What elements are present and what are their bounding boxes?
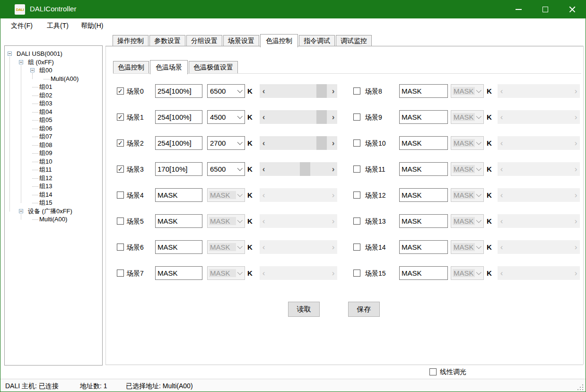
menu-item-2[interactable]: 工具(T): [47, 22, 69, 30]
tree-item-组13[interactable]: 组13: [39, 183, 52, 191]
tree-item-组09[interactable]: 组09: [39, 149, 52, 157]
tree-expander-icon[interactable]: [19, 209, 23, 213]
tree-item-组01[interactable]: 组01: [39, 83, 52, 91]
tree-item-组 (0xFF)[interactable]: 组 (0xFF): [28, 59, 54, 67]
chevron-down-icon: [236, 219, 245, 223]
scene-level-input[interactable]: [399, 162, 448, 176]
scrollbar-thumb[interactable]: [300, 162, 310, 176]
scene-level-input[interactable]: [399, 188, 448, 202]
scrollbar-thumb[interactable]: [316, 110, 327, 124]
temp-unit-label: K: [487, 217, 492, 225]
maximize-button[interactable]: [534, 0, 556, 18]
tree-item-组15[interactable]: 组15: [39, 199, 52, 207]
tab-分组设置[interactable]: 分组设置: [186, 35, 222, 46]
scroll-right-icon: ›: [329, 240, 337, 254]
read-button[interactable]: 读取: [288, 302, 320, 317]
scene-level-input[interactable]: [399, 214, 448, 228]
scene-enable-checkbox[interactable]: [117, 244, 124, 251]
scene-enable-checkbox[interactable]: [117, 270, 124, 277]
scene-enable-checkbox[interactable]: [353, 87, 360, 95]
window-title: DALIController: [30, 5, 76, 13]
menu-item-1[interactable]: 文件(F): [11, 22, 33, 30]
tree-expander-icon[interactable]: [19, 60, 23, 64]
temp-scrollbar[interactable]: ‹ ›: [260, 84, 337, 98]
scene-temp-dropdown[interactable]: 6500: [207, 84, 245, 98]
scene-level-input[interactable]: [155, 162, 202, 176]
tree-item-组00[interactable]: 组00: [39, 67, 52, 75]
tab-调试监控[interactable]: 调试监控: [336, 35, 372, 46]
save-button[interactable]: 保存: [348, 302, 380, 317]
scene-label: 场景9: [365, 113, 382, 122]
scene-enable-checkbox[interactable]: [353, 270, 360, 277]
minimize-button[interactable]: [507, 0, 529, 18]
scene-enable-checkbox[interactable]: [353, 166, 360, 173]
tree-item-组10[interactable]: 组10: [39, 158, 52, 166]
scene-level-input[interactable]: [155, 84, 202, 98]
tree-expander-icon[interactable]: [30, 68, 35, 72]
scene-enable-checkbox[interactable]: ✓: [117, 166, 124, 173]
scrollbar-thumb[interactable]: [316, 136, 327, 150]
tree-connector: [32, 178, 38, 179]
tab-色温控制[interactable]: 色温控制: [260, 34, 298, 47]
scene-level-input[interactable]: [155, 214, 202, 228]
tree-item-DALI USB(0001)[interactable]: DALI USB(0001): [17, 50, 62, 58]
scroll-left-icon: ‹: [260, 240, 268, 254]
chevron-down-icon: [236, 115, 245, 119]
scene-level-input[interactable]: [155, 188, 202, 202]
tree-item-组03[interactable]: 组03: [39, 100, 52, 108]
tree-item-组07[interactable]: 组07: [39, 133, 52, 141]
scene-enable-checkbox[interactable]: ✓: [117, 139, 124, 147]
tree-item-组08[interactable]: 组08: [39, 141, 52, 149]
scene-level-input[interactable]: [399, 266, 448, 280]
subtab-色温极值设置[interactable]: 色温极值设置: [189, 61, 238, 73]
temp-scrollbar[interactable]: ‹ ›: [260, 136, 337, 150]
tab-指令调试[interactable]: 指令调试: [299, 35, 335, 46]
temp-scrollbar[interactable]: ‹ ›: [260, 110, 337, 124]
scene-enable-checkbox[interactable]: [353, 244, 360, 251]
tree-item-组11[interactable]: 组11: [39, 166, 52, 174]
scene-enable-checkbox[interactable]: ✓: [117, 113, 124, 121]
scene-enable-checkbox[interactable]: [117, 192, 124, 199]
tree-item-设备 (广播0xFF)[interactable]: 设备 (广播0xFF): [28, 208, 72, 216]
tree-item-Multi(A00)[interactable]: Multi(A00): [39, 216, 67, 224]
scene-level-input[interactable]: [399, 84, 448, 98]
tab-操作控制[interactable]: 操作控制: [113, 35, 149, 46]
tree-item-组12[interactable]: 组12: [39, 174, 52, 183]
tree-item-组05[interactable]: 组05: [39, 116, 52, 124]
scene-enable-checkbox[interactable]: [353, 113, 360, 121]
scene-level-input[interactable]: [399, 136, 448, 150]
tree-item-组14[interactable]: 组14: [39, 191, 52, 199]
scene-enable-checkbox[interactable]: [353, 192, 360, 199]
close-button[interactable]: [561, 0, 583, 18]
scene-level-input[interactable]: [399, 240, 448, 254]
tree-expander-icon[interactable]: [8, 52, 12, 56]
scene-level-input[interactable]: [155, 136, 202, 150]
tree-item-组06[interactable]: 组06: [39, 125, 52, 133]
tree-item-组02[interactable]: 组02: [39, 92, 52, 100]
scene-level-input[interactable]: [155, 240, 202, 254]
scene-temp-dropdown[interactable]: 6500: [207, 162, 245, 176]
subtab-色温场景[interactable]: 色温场景: [150, 60, 188, 74]
menu-item-3[interactable]: 帮助(H): [81, 22, 103, 30]
resize-grip-icon[interactable]: [582, 389, 583, 390]
chevron-down-icon: [236, 271, 245, 275]
subtab-色温控制[interactable]: 色温控制: [113, 61, 149, 73]
scene-enable-checkbox[interactable]: [353, 139, 360, 147]
scene-level-input[interactable]: [399, 110, 448, 124]
linear-dimming-checkbox[interactable]: [429, 368, 437, 375]
tab-参数设置[interactable]: 参数设置: [149, 35, 185, 46]
scene-temp-dropdown[interactable]: 4500: [207, 110, 245, 124]
scene-level-input[interactable]: [155, 110, 202, 124]
scrollbar-thumb[interactable]: [316, 84, 327, 98]
scroll-right-icon: ›: [329, 214, 337, 228]
tree-connector: [32, 87, 38, 87]
scene-enable-checkbox[interactable]: [353, 218, 360, 225]
scene-enable-checkbox[interactable]: [117, 218, 124, 225]
temp-scrollbar[interactable]: ‹ ›: [260, 162, 337, 176]
scene-temp-dropdown[interactable]: 2700: [207, 136, 245, 150]
tree-item-组04[interactable]: 组04: [39, 108, 52, 116]
scene-level-input[interactable]: [155, 266, 202, 280]
scene-enable-checkbox[interactable]: ✓: [117, 87, 124, 95]
tab-场景设置[interactable]: 场景设置: [223, 35, 259, 46]
tree-item-Multi(A00)[interactable]: Multi(A00): [51, 75, 79, 83]
